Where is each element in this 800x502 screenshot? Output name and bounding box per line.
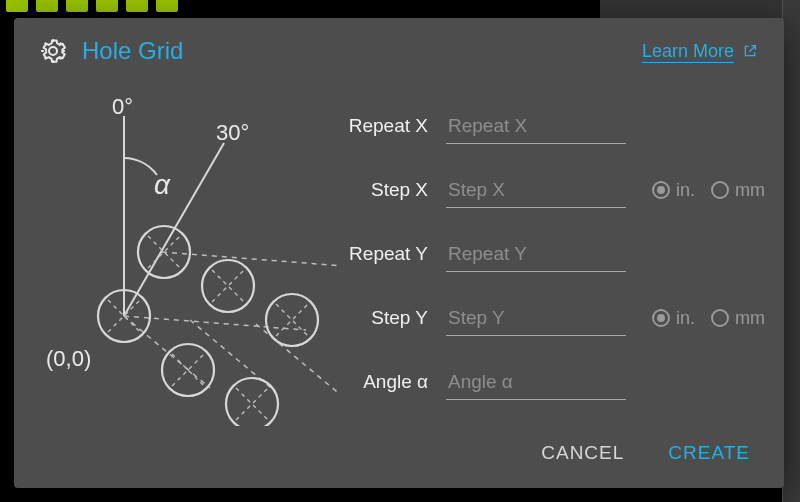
label-repeat-x: Repeat X	[338, 115, 446, 137]
svg-line-19	[212, 270, 244, 302]
radio-icon	[652, 181, 670, 199]
cancel-button[interactable]: CANCEL	[539, 436, 626, 470]
unit-group-step-x: in. mm	[652, 180, 765, 201]
svg-point-13	[226, 378, 278, 426]
svg-line-5	[124, 316, 210, 388]
svg-line-21	[276, 304, 308, 336]
svg-line-18	[212, 270, 244, 302]
form-panel: Repeat X Step X in. mm R	[338, 86, 765, 430]
learn-more-label: Learn More	[642, 41, 734, 62]
radio-step-x-mm[interactable]: mm	[711, 180, 765, 201]
row-repeat-x: Repeat X	[338, 94, 765, 158]
diagram-thirty-label: 30°	[216, 120, 249, 145]
svg-point-11	[266, 294, 318, 346]
radio-step-y-mm[interactable]: mm	[711, 308, 765, 329]
create-button[interactable]: CREATE	[666, 436, 752, 470]
unit-mm-label: mm	[735, 308, 765, 329]
input-angle[interactable]	[446, 365, 626, 400]
input-repeat-x[interactable]	[446, 109, 626, 144]
label-angle: Angle α	[338, 371, 446, 393]
svg-line-2	[124, 143, 224, 316]
row-step-y: Step Y in. mm	[338, 286, 765, 350]
radio-step-y-in[interactable]: in.	[652, 308, 695, 329]
hole-grid-diagram: 0° 30° α (0,0)	[38, 86, 338, 430]
label-repeat-y: Repeat Y	[338, 243, 446, 265]
input-repeat-y[interactable]	[446, 237, 626, 272]
dialog-title: Hole Grid	[82, 37, 183, 65]
svg-point-10	[202, 260, 254, 312]
unit-in-label: in.	[676, 308, 695, 329]
radio-icon	[711, 181, 729, 199]
label-step-y: Step Y	[338, 307, 446, 329]
unit-group-step-y: in. mm	[652, 308, 765, 329]
diagram-origin-label: (0,0)	[46, 346, 91, 371]
gear-icon	[38, 36, 68, 66]
svg-point-0	[49, 47, 57, 55]
diagram-alpha-label: α	[154, 169, 171, 200]
row-repeat-y: Repeat Y	[338, 222, 765, 286]
svg-line-3	[124, 316, 306, 330]
bg-right-gutter	[782, 0, 800, 502]
input-step-x[interactable]	[446, 173, 626, 208]
unit-mm-label: mm	[735, 180, 765, 201]
svg-line-24	[236, 388, 268, 420]
unit-in-label: in.	[676, 180, 695, 201]
row-angle: Angle α	[338, 350, 765, 414]
external-link-icon	[742, 43, 758, 59]
row-step-x: Step X in. mm	[338, 158, 765, 222]
bg-brand-stripes	[0, 0, 178, 16]
label-step-x: Step X	[338, 179, 446, 201]
dialog-header: Hole Grid Learn More	[38, 36, 758, 66]
dialog-footer: CANCEL CREATE	[38, 430, 758, 470]
radio-icon	[652, 309, 670, 327]
input-step-y[interactable]	[446, 301, 626, 336]
radio-step-x-in[interactable]: in.	[652, 180, 695, 201]
learn-more-link[interactable]: Learn More	[642, 41, 758, 62]
hole-grid-dialog: Hole Grid Learn More 0° 30° α (0,0	[14, 18, 784, 488]
svg-line-25	[236, 388, 268, 420]
diagram-zero-label: 0°	[112, 94, 133, 119]
svg-line-20	[276, 304, 308, 336]
radio-icon	[711, 309, 729, 327]
